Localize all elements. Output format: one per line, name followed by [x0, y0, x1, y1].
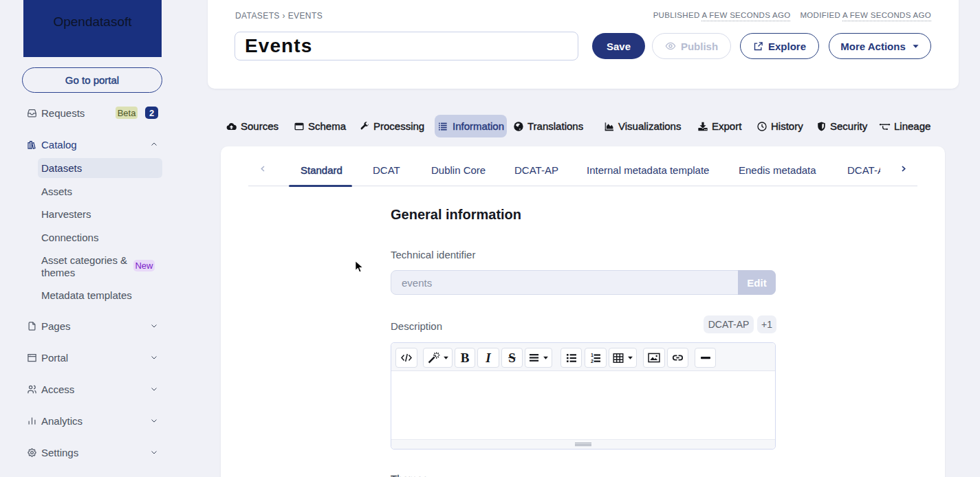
svg-text:2: 2	[591, 358, 594, 363]
svg-text:1: 1	[591, 353, 594, 357]
